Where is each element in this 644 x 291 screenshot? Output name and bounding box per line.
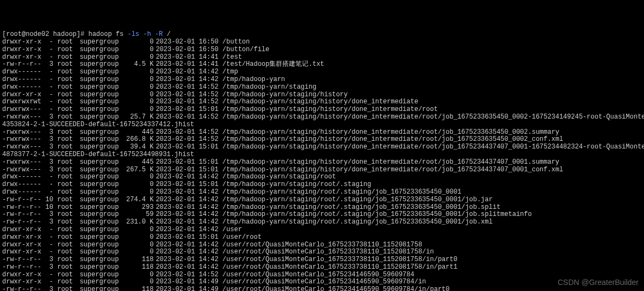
col-owner: root bbox=[57, 76, 76, 84]
col-links: - bbox=[44, 106, 53, 114]
col-size: 0 bbox=[121, 69, 153, 76]
col-path: /tmp/hadoop-yarn/staging/history/done_in… bbox=[222, 106, 438, 113]
listing-row: drwxr-xr-x- root supergroup02023-02-01 1… bbox=[2, 46, 642, 54]
col-size: 445 bbox=[121, 159, 153, 166]
col-permissions: -rw-r--r-- bbox=[2, 61, 44, 69]
col-size: 0 bbox=[121, 242, 153, 249]
col-permissions: -rw-r--r-- bbox=[2, 286, 44, 291]
col-group: supergroup bbox=[79, 166, 121, 174]
col-links: - bbox=[44, 54, 53, 61]
col-date: 2023-02-01 14:42 bbox=[153, 174, 218, 181]
col-group: supergroup bbox=[79, 271, 121, 279]
listing-row: -rwxrwx---3 root supergroup4452023-02-01… bbox=[2, 159, 642, 166]
col-group: supergroup bbox=[79, 278, 121, 286]
col-permissions: -rwxrwx--- bbox=[2, 114, 44, 121]
col-date: 2023-02-01 14:42 bbox=[153, 69, 218, 76]
col-group: supergroup bbox=[79, 234, 121, 242]
col-size: 0 bbox=[121, 249, 153, 256]
terminal-output[interactable]: [root@node02 hadoop]# hadoop fs -ls -h -… bbox=[2, 31, 642, 291]
col-path: /tmp/hadoop-yarn/staging/history/done_in… bbox=[222, 158, 559, 166]
col-links: - bbox=[44, 91, 53, 99]
col-owner: root bbox=[57, 46, 76, 54]
col-links: 3 bbox=[44, 114, 53, 121]
col-owner: root bbox=[57, 249, 76, 256]
col-date: 2023-02-01 15:01 bbox=[153, 181, 218, 189]
col-date: 2023-02-01 14:42 bbox=[153, 226, 218, 234]
col-path: /tmp/hadoop-yarn/staging/history/done_in… bbox=[222, 98, 418, 106]
col-permissions: drwxr-xr-x bbox=[2, 39, 44, 46]
col-date: 2023-02-01 14:42 bbox=[153, 204, 218, 212]
col-permissions: drwx------ bbox=[2, 84, 44, 91]
col-links: 3 bbox=[44, 219, 53, 226]
col-date: 2023-02-01 14:49 bbox=[153, 286, 218, 291]
col-permissions: -rw-r--r-- bbox=[2, 264, 44, 271]
col-path: /user/root/QuasiMonteCarlo_1675234146590… bbox=[222, 286, 450, 291]
col-path: /tmp/hadoop-yarn/staging bbox=[222, 83, 317, 91]
col-group: supergroup bbox=[79, 69, 121, 76]
col-links: - bbox=[44, 98, 53, 106]
col-links: 3 bbox=[44, 211, 53, 219]
col-size: 445 bbox=[121, 129, 153, 137]
col-size: 0 bbox=[121, 84, 153, 91]
col-size: 0 bbox=[121, 234, 153, 242]
col-links: - bbox=[44, 84, 53, 91]
col-permissions: -rwxrwx--- bbox=[2, 129, 44, 137]
col-size: 118 bbox=[121, 286, 153, 291]
col-links: - bbox=[44, 46, 53, 54]
col-owner: root bbox=[57, 256, 76, 264]
col-group: supergroup bbox=[79, 242, 121, 249]
col-size: 0 bbox=[121, 98, 153, 106]
col-date: 2023-02-01 14:41 bbox=[153, 61, 218, 69]
col-size: 118 bbox=[121, 264, 153, 271]
listing-row: -rw-r--r--3 root supergroup1182023-02-01… bbox=[2, 256, 642, 264]
col-owner: root bbox=[57, 211, 76, 219]
command-flags: -ls -h -R bbox=[127, 30, 163, 38]
listing-row: drwxr-xr-x- root supergroup02023-02-01 1… bbox=[2, 242, 642, 249]
col-size: 0 bbox=[121, 106, 153, 114]
col-owner: root bbox=[57, 174, 76, 181]
command-path: / bbox=[166, 30, 170, 38]
col-date: 2023-02-01 16:50 bbox=[153, 39, 218, 46]
listing-row: drwxr-xr-x- root supergroup02023-02-01 1… bbox=[2, 271, 642, 279]
col-size: 0 bbox=[121, 39, 153, 46]
col-date: 2023-02-01 15:01 bbox=[153, 166, 218, 174]
col-links: 10 bbox=[44, 204, 53, 212]
col-owner: root bbox=[57, 106, 76, 114]
col-group: supergroup bbox=[79, 219, 121, 226]
col-date: 2023-02-01 14:49 bbox=[153, 278, 218, 286]
col-size: 0 bbox=[121, 91, 153, 99]
col-path: /user/root/QuasiMonteCarlo_1675234146590… bbox=[222, 271, 414, 278]
col-owner: root bbox=[57, 181, 76, 189]
col-path: /tmp/hadoop-yarn/staging/root/.staging bbox=[222, 181, 371, 188]
col-path: /test bbox=[222, 53, 242, 61]
col-permissions: -rw-r--r-- bbox=[2, 256, 44, 264]
col-permissions: -rw-r--r-- bbox=[2, 196, 44, 204]
col-owner: root bbox=[57, 286, 76, 291]
prompt-line: [root@node02 hadoop]# hadoop fs -ls -h -… bbox=[2, 31, 642, 39]
col-path: /tmp bbox=[222, 68, 238, 76]
col-links: - bbox=[44, 39, 53, 46]
listing-row: -rw-r--r--3 root supergroup1182023-02-01… bbox=[2, 264, 642, 271]
col-links: - bbox=[44, 271, 53, 279]
listing-row: drwx------- root supergroup02023-02-01 1… bbox=[2, 174, 642, 181]
col-size: 0 bbox=[121, 278, 153, 286]
col-group: supergroup bbox=[79, 211, 121, 219]
col-path: /tmp/hadoop-yarn bbox=[222, 76, 285, 83]
col-owner: root bbox=[57, 234, 76, 242]
listing-row: drwx------- root supergroup02023-02-01 1… bbox=[2, 189, 642, 196]
col-permissions: drwxr-xr-x bbox=[2, 278, 44, 286]
col-owner: root bbox=[57, 39, 76, 46]
col-group: supergroup bbox=[79, 114, 121, 121]
col-owner: root bbox=[57, 166, 76, 174]
col-permissions: drwxrwx--- bbox=[2, 106, 44, 114]
col-date: 2023-02-01 14:42 bbox=[153, 196, 218, 204]
col-size: 0 bbox=[121, 226, 153, 234]
col-size: 0 bbox=[121, 54, 153, 61]
listing-row: -rw-r--r--10 root supergroup274.4 K2023-… bbox=[2, 196, 642, 204]
listing-row: drwx------- root supergroup02023-02-01 1… bbox=[2, 181, 642, 189]
col-date: 2023-02-01 14:52 bbox=[153, 271, 218, 279]
col-links: - bbox=[44, 234, 53, 242]
col-permissions: drwxrwxrwt bbox=[2, 98, 44, 106]
col-links: 3 bbox=[44, 166, 53, 174]
listing-row: -rwxrwx---3 root supergroup267.5 K2023-0… bbox=[2, 166, 642, 174]
